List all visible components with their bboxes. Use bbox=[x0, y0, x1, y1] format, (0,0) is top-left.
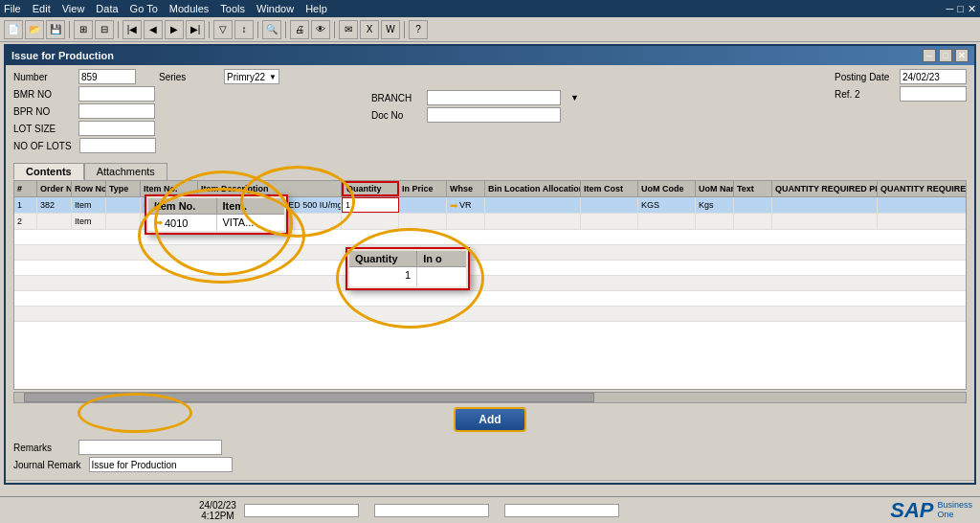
toolbar-help-btn[interactable]: ? bbox=[409, 20, 428, 39]
window-restore-icon[interactable]: □ bbox=[957, 3, 964, 15]
menu-file[interactable]: File bbox=[4, 3, 21, 14]
toolbar-open-btn[interactable]: 📂 bbox=[25, 20, 44, 39]
toolbar-sep4 bbox=[257, 21, 258, 38]
toolbar-sep7 bbox=[404, 21, 405, 38]
win-minimize-btn[interactable]: ─ bbox=[923, 49, 936, 62]
menu-view[interactable]: View bbox=[62, 3, 85, 14]
lotsize-row: LOT SIZE bbox=[13, 121, 279, 136]
nooflots-input[interactable] bbox=[79, 138, 156, 153]
toolbar-search-btn[interactable]: 🔍 bbox=[262, 20, 281, 39]
scrollbar-thumb[interactable] bbox=[24, 393, 594, 402]
number-input[interactable] bbox=[78, 69, 136, 84]
branch-input[interactable] bbox=[427, 90, 561, 105]
col-header-itemcost: Item Cost bbox=[581, 181, 638, 196]
zoom-popup-qty-header: Quantity In o bbox=[349, 251, 466, 267]
journal-input[interactable] bbox=[89, 457, 233, 472]
docno-input[interactable] bbox=[427, 107, 561, 123]
bpr-row: BPR NO bbox=[13, 103, 279, 119]
toolbar-sep6 bbox=[334, 21, 335, 38]
horizontal-scrollbar[interactable] bbox=[13, 392, 967, 403]
toolbar-email-btn[interactable]: ✉ bbox=[339, 20, 358, 39]
cell-type2-1 bbox=[106, 197, 141, 213]
tab-contents[interactable]: Contents bbox=[13, 163, 84, 180]
toolbar-word-btn[interactable]: W bbox=[381, 20, 400, 39]
nooflots-label: NO OF LOTS bbox=[13, 141, 72, 151]
status-input-2[interactable] bbox=[374, 504, 489, 517]
zoom-popup-item-desc-header: Item. bbox=[217, 198, 285, 214]
menu-tools[interactable]: Tools bbox=[220, 3, 245, 14]
cell-qty-2 bbox=[342, 214, 399, 229]
toolbar-print-btn[interactable]: 🖨 bbox=[290, 20, 309, 39]
toolbar-preview-btn[interactable]: 👁 bbox=[311, 20, 330, 39]
menu-goto[interactable]: Go To bbox=[130, 3, 158, 14]
toolbar-excel-btn[interactable]: X bbox=[360, 20, 379, 39]
status-date: 24/02/23 bbox=[199, 500, 236, 511]
toolbar-sort-btn[interactable]: ↕ bbox=[234, 20, 254, 39]
zoom-popup-qty-row: 1 bbox=[349, 267, 466, 286]
toolbar-new-btn[interactable]: 📄 bbox=[4, 20, 23, 39]
branch-label: BRANCH bbox=[371, 93, 419, 103]
zoom-popup-qty-value: 1 bbox=[349, 267, 417, 286]
table-row[interactable] bbox=[14, 276, 966, 291]
bpr-input[interactable] bbox=[78, 103, 155, 119]
cell-qtyreqbatch-1 bbox=[878, 197, 966, 213]
toolbar-filter-btn[interactable]: ▽ bbox=[213, 20, 233, 39]
docno-label: Doc No bbox=[371, 110, 419, 121]
menu-data[interactable]: Data bbox=[96, 3, 118, 14]
table-row[interactable] bbox=[14, 307, 966, 322]
branch-dropdown-icon[interactable]: ▼ bbox=[570, 93, 579, 102]
cell-uomcode-2 bbox=[638, 214, 696, 229]
col-header-inprice: In Price bbox=[399, 181, 447, 196]
sap-logo-subtext: Business One bbox=[937, 501, 972, 520]
window-controls: ─ □ ✕ bbox=[923, 49, 969, 62]
window-minimize-icon[interactable]: ─ bbox=[947, 3, 954, 15]
table-row[interactable] bbox=[14, 261, 966, 276]
col-header-order: # bbox=[14, 181, 37, 196]
toolbar-nav-first-btn[interactable]: |◀ bbox=[122, 20, 142, 39]
menu-edit[interactable]: Edit bbox=[33, 3, 51, 14]
bmr-label: BMR NO bbox=[13, 89, 71, 100]
toolbar-nav-next-btn[interactable]: ▶ bbox=[165, 20, 184, 39]
lotsize-label: LOT SIZE bbox=[13, 124, 71, 134]
win-close-btn[interactable]: ✕ bbox=[955, 49, 969, 62]
zoom-popup-item-desc-cell: VITA... bbox=[217, 215, 285, 231]
col-header-bin: Bin Location Allocation bbox=[485, 181, 581, 196]
col-header-qtyreqbatch: QUANTITY REQUIRED PER BATCH bbox=[878, 181, 967, 196]
ref2-input[interactable] bbox=[900, 86, 967, 102]
toolbar-paste-btn[interactable]: ⊟ bbox=[95, 20, 114, 39]
toolbar-sep3 bbox=[209, 21, 210, 38]
cell-type-1: Item bbox=[72, 197, 106, 213]
cell-text-1 bbox=[734, 197, 772, 213]
toolbar-copy-btn[interactable]: ⊞ bbox=[74, 20, 93, 39]
toolbar-save-btn[interactable]: 💾 bbox=[46, 20, 65, 39]
cell-inprice-2 bbox=[399, 214, 447, 229]
cell-uomname-1: Kgs bbox=[696, 197, 734, 213]
number-label: Number bbox=[13, 72, 71, 82]
tab-attachments[interactable]: Attachments bbox=[84, 163, 167, 180]
series-dropdown[interactable]: Primry22 bbox=[224, 69, 279, 84]
status-input-1[interactable] bbox=[244, 504, 359, 517]
table-row[interactable] bbox=[14, 291, 966, 307]
toolbar-nav-last-btn[interactable]: ▶| bbox=[186, 20, 205, 39]
sap-logo-text: SAP bbox=[890, 498, 933, 523]
col-header-rowno2: Row No. bbox=[72, 181, 106, 196]
tabs-area: Contents Attachments bbox=[13, 163, 967, 180]
menu-help[interactable]: Help bbox=[305, 3, 327, 14]
status-input-3[interactable] bbox=[504, 504, 619, 517]
posting-date-input[interactable] bbox=[900, 69, 967, 84]
win-restore-btn[interactable]: □ bbox=[939, 49, 952, 62]
lotsize-input[interactable] bbox=[78, 121, 155, 136]
branch-row: BRANCH ▼ bbox=[371, 90, 579, 105]
add-grid-button[interactable]: Add bbox=[454, 407, 525, 432]
zoom-popup-qty-qty-header: Quantity bbox=[349, 251, 417, 266]
docno-row: Doc No bbox=[371, 107, 579, 123]
remarks-input[interactable] bbox=[78, 440, 222, 455]
menu-window[interactable]: Window bbox=[256, 3, 294, 14]
menu-modules[interactable]: Modules bbox=[169, 3, 210, 14]
bmr-input[interactable] bbox=[78, 86, 155, 102]
window-close-icon[interactable]: ✕ bbox=[968, 3, 976, 15]
toolbar-nav-prev-btn[interactable]: ◀ bbox=[144, 20, 163, 39]
zoom-popup-item: Item No. Item. ➡ 4010 VITA... bbox=[145, 194, 288, 235]
table-row[interactable] bbox=[14, 245, 966, 261]
cell-qty-1[interactable]: 1 bbox=[342, 197, 399, 213]
